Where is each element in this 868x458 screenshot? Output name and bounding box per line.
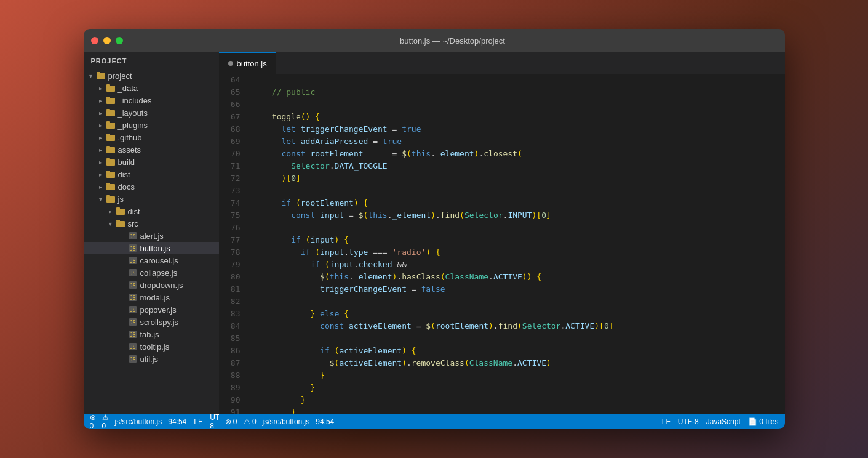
sidebar-item-carousel[interactable]: JS carousel.js (84, 254, 219, 267)
svg-text:JS: JS (130, 357, 136, 363)
sidebar-item-docs[interactable]: ▸ docs (84, 180, 219, 193)
sidebar-item-util[interactable]: JS util.js (84, 353, 219, 365)
sidebar-item-data[interactable]: ▸ _data (84, 82, 219, 94)
arrow-down-icon: ▾ (86, 73, 96, 79)
warning-count-editor: ⚠ 0 (244, 417, 257, 426)
folder-icon (106, 132, 116, 142)
arrow-right-icon: ▸ (106, 208, 116, 215)
arrow-right-icon: ▸ (96, 159, 106, 166)
code-line: } (253, 394, 779, 406)
sidebar-item-plugins[interactable]: ▸ _plugins (84, 119, 219, 131)
sidebar-item-alert[interactable]: JS alert.js (84, 230, 219, 242)
warning-count: ⚠ 0 (102, 413, 109, 429)
editor-statusbar-right: LF UTF-8 JavaScript 📄 0 files (662, 417, 779, 426)
code-line: if (rootElement) { (253, 197, 779, 209)
svg-text:JS: JS (130, 283, 136, 289)
sidebar-item-modal[interactable]: JS modal.js (84, 291, 219, 303)
code-line (253, 185, 779, 197)
arrow-right-icon: ▸ (96, 122, 106, 129)
code-line: } (253, 406, 779, 414)
tab-bar: button.js (219, 52, 785, 74)
code-line: $(this._element).hasClass(ClassName.ACTI… (253, 271, 779, 283)
sidebar-item-label: js (118, 195, 219, 204)
sidebar: Project ▾ project ▸ _data (84, 52, 219, 429)
sidebar-item-label: util.js (140, 355, 219, 364)
sidebar-item-collapse[interactable]: JS collapse.js (84, 267, 219, 279)
code-line: const input = $(this._element).find(Sele… (253, 209, 779, 222)
sidebar-item-includes[interactable]: ▸ _includes (84, 94, 219, 106)
window-title: button.js — ~/Desktop/project (128, 36, 778, 46)
code-line: } else { (253, 308, 779, 320)
folder-icon (106, 95, 116, 105)
sidebar-item-dropdown[interactable]: JS dropdown.js (84, 279, 219, 291)
file-icon: JS (128, 280, 138, 290)
sidebar-item-layouts[interactable]: ▸ _layouts (84, 106, 219, 119)
svg-rect-21 (106, 195, 110, 197)
sidebar-item-js-dist[interactable]: ▸ dist (84, 205, 219, 217)
svg-rect-13 (106, 146, 110, 148)
svg-rect-25 (116, 220, 120, 222)
code-line: triggerChangeEvent = false (253, 283, 779, 295)
sidebar-item-github[interactable]: ▸ .github (84, 131, 219, 143)
code-line: } (253, 369, 779, 382)
sidebar-item-label: tooltip.js (140, 342, 219, 352)
sidebar-item-label: dist (128, 207, 219, 216)
sidebar-item-js[interactable]: ▾ js (84, 193, 219, 205)
svg-rect-22 (116, 209, 125, 215)
svg-text:JS: JS (130, 345, 136, 350)
folder-icon (106, 120, 116, 130)
code-line: const rootElement = $(this._element).clo… (253, 148, 779, 160)
sidebar-item-tab[interactable]: JS tab.js (84, 328, 219, 340)
svg-rect-15 (106, 158, 110, 160)
svg-text:JS: JS (130, 271, 136, 276)
error-count: ⊗ 0 (90, 413, 96, 429)
code-line: } (253, 382, 779, 394)
sidebar-item-button[interactable]: JS button.js (84, 242, 219, 254)
sidebar-item-label: _layouts (118, 108, 219, 118)
file-tree[interactable]: ▾ project ▸ _data ▸ _includes (84, 70, 219, 414)
file-icon: JS (128, 329, 138, 339)
file-icon: JS (128, 231, 138, 241)
arrow-right-icon: ▸ (96, 97, 106, 104)
sidebar-item-label: collapse.js (140, 268, 219, 278)
close-button[interactable] (91, 37, 98, 44)
sidebar-item-label: tab.js (140, 330, 219, 339)
svg-rect-11 (106, 134, 110, 135)
sidebar-item-dist[interactable]: ▸ dist (84, 168, 219, 180)
sidebar-item-label: src (128, 219, 219, 228)
svg-rect-17 (106, 171, 110, 172)
file-icon: JS (128, 255, 138, 265)
sidebar-item-label: alert.js (140, 231, 219, 241)
sidebar-item-build[interactable]: ▸ build (84, 156, 219, 168)
editor-body[interactable]: 64 65 66 67 68 69 70 71 72 73 74 75 76 7… (219, 74, 785, 414)
file-icon: JS (128, 243, 138, 253)
folder-open-icon (96, 71, 106, 81)
svg-rect-23 (116, 207, 120, 209)
minimize-button[interactable] (103, 37, 111, 44)
sidebar-item-tooltip[interactable]: JS tooltip.js (84, 340, 219, 353)
code-line: let addAriaPressed = true (253, 135, 779, 148)
sidebar-item-assets[interactable]: ▸ assets (84, 143, 219, 156)
arrow-down-icon: ▾ (106, 220, 116, 227)
svg-rect-12 (106, 147, 115, 153)
app-window: button.js — ~/Desktop/project Project ▾ … (84, 29, 785, 429)
svg-rect-10 (106, 135, 115, 141)
folder-icon (106, 169, 116, 179)
code-editor[interactable]: // public toggle() { let triggerChangeEv… (247, 74, 785, 414)
sidebar-item-scrollspy[interactable]: JS scrollspy.js (84, 316, 219, 328)
code-line: let triggerChangeEvent = true (253, 123, 779, 135)
line-ending-label: LF (662, 417, 671, 426)
svg-rect-5 (106, 97, 110, 98)
tab-button-js[interactable]: button.js (219, 52, 276, 74)
editor-filepath: js/src/button.js (263, 417, 310, 426)
svg-rect-9 (106, 121, 110, 123)
sidebar-item-label: build (118, 158, 219, 167)
editor-cursor: 94:54 (316, 417, 334, 426)
folder-open-icon (106, 194, 116, 204)
code-line: if (input.type === 'radio') { (253, 246, 779, 259)
sidebar-item-js-src[interactable]: ▾ src (84, 217, 219, 230)
sidebar-item-project[interactable]: ▾ project (84, 70, 219, 82)
maximize-button[interactable] (116, 37, 123, 44)
code-line: $(activeElement).removeClass(ClassName.A… (253, 357, 779, 369)
sidebar-item-popover[interactable]: JS popover.js (84, 303, 219, 316)
